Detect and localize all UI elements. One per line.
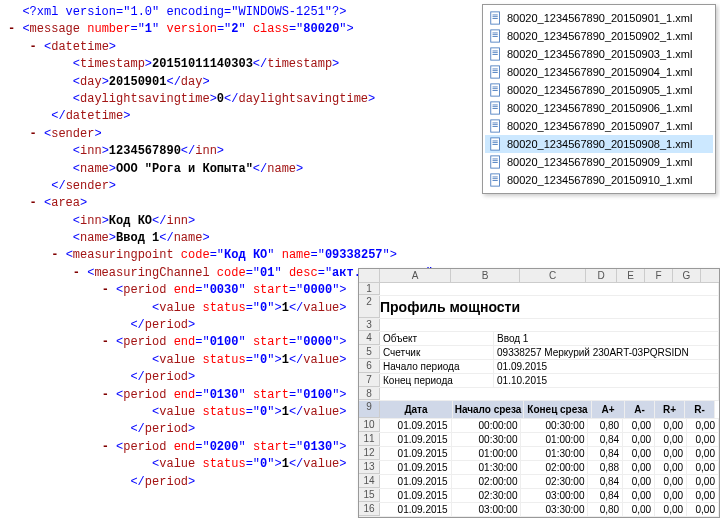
meta-key[interactable]: Начало периода xyxy=(380,360,494,373)
column-header[interactable]: G xyxy=(673,269,701,282)
cell[interactable] xyxy=(380,319,719,331)
table-header-cell[interactable]: A- xyxy=(625,401,655,418)
meta-value[interactable]: 09338257 Меркурий 230ART-03PQRSIDN xyxy=(494,346,719,359)
table-cell[interactable]: 01.09.2015 xyxy=(380,447,452,460)
sheet-title[interactable]: Профиль мощности xyxy=(380,296,719,318)
table-header-cell[interactable]: Конец среза xyxy=(524,401,592,418)
file-row[interactable]: 80020_1234567890_20150909_1.xml xyxy=(485,153,713,171)
table-cell[interactable]: 00:30:00 xyxy=(452,433,522,446)
collapse-toggle[interactable]: - xyxy=(102,388,109,402)
file-row[interactable]: 80020_1234567890_20150906_1.xml xyxy=(485,99,713,117)
table-cell[interactable]: 0,84 xyxy=(588,433,623,446)
table-cell[interactable]: 0,00 xyxy=(623,447,655,460)
table-cell[interactable]: 01:00:00 xyxy=(521,433,588,446)
collapse-toggle[interactable]: - xyxy=(102,335,109,349)
table-header-cell[interactable]: Начало среза xyxy=(453,401,524,418)
meta-value[interactable]: 01.09.2015 xyxy=(494,360,719,373)
xml-file-icon xyxy=(489,101,503,115)
table-cell[interactable]: 02:30:00 xyxy=(452,489,522,502)
meta-key[interactable]: Конец периода xyxy=(380,374,494,387)
table-header-cell[interactable]: Дата xyxy=(380,401,453,418)
column-header[interactable]: A xyxy=(380,269,451,282)
table-cell[interactable]: 01.09.2015 xyxy=(380,503,452,516)
file-row[interactable]: 80020_1234567890_20150903_1.xml xyxy=(485,45,713,63)
column-header[interactable]: F xyxy=(645,269,673,282)
table-cell[interactable]: 0,00 xyxy=(687,433,719,446)
collapse-toggle[interactable]: - xyxy=(102,283,109,297)
table-cell[interactable]: 0,00 xyxy=(655,447,687,460)
column-header[interactable]: C xyxy=(520,269,586,282)
svg-rect-13 xyxy=(493,69,498,70)
svg-rect-35 xyxy=(493,162,498,163)
table-cell[interactable]: 0,84 xyxy=(588,447,623,460)
collapse-toggle[interactable]: - xyxy=(51,248,58,262)
table-header-cell[interactable]: R- xyxy=(685,401,715,418)
svg-rect-29 xyxy=(493,141,498,142)
table-cell[interactable]: 01.09.2015 xyxy=(380,489,452,502)
table-cell[interactable]: 0,80 xyxy=(588,419,623,432)
cell[interactable] xyxy=(380,388,719,400)
table-cell[interactable]: 02:30:00 xyxy=(521,475,588,488)
column-header[interactable]: E xyxy=(617,269,645,282)
table-cell[interactable]: 01.09.2015 xyxy=(380,461,452,474)
file-row[interactable]: 80020_1234567890_20150907_1.xml xyxy=(485,117,713,135)
table-cell[interactable]: 0,00 xyxy=(687,489,719,502)
file-row[interactable]: 80020_1234567890_20150902_1.xml xyxy=(485,27,713,45)
file-row[interactable]: 80020_1234567890_20150910_1.xml xyxy=(485,171,713,189)
table-cell[interactable]: 0,00 xyxy=(687,461,719,474)
file-row[interactable]: 80020_1234567890_20150901_1.xml xyxy=(485,9,713,27)
table-cell[interactable]: 01:00:00 xyxy=(452,447,522,460)
table-cell[interactable]: 0,00 xyxy=(655,461,687,474)
table-cell[interactable]: 00:00:00 xyxy=(452,419,522,432)
file-row[interactable]: 80020_1234567890_20150905_1.xml xyxy=(485,81,713,99)
table-cell[interactable]: 0,00 xyxy=(655,475,687,488)
table-cell[interactable]: 01.09.2015 xyxy=(380,475,452,488)
table-cell[interactable]: 0,84 xyxy=(588,475,623,488)
table-cell[interactable]: 0,00 xyxy=(623,489,655,502)
column-header[interactable]: D xyxy=(586,269,617,282)
collapse-toggle[interactable]: - xyxy=(30,40,37,54)
meta-key[interactable]: Объект xyxy=(380,332,494,345)
table-cell[interactable]: 01:30:00 xyxy=(452,461,522,474)
collapse-toggle[interactable]: - xyxy=(102,440,109,454)
table-cell[interactable]: 0,00 xyxy=(655,419,687,432)
table-cell[interactable]: 0,80 xyxy=(588,503,623,516)
file-name: 80020_1234567890_20150905_1.xml xyxy=(507,84,692,96)
column-header[interactable]: B xyxy=(451,269,520,282)
table-cell[interactable]: 0,00 xyxy=(623,475,655,488)
table-cell[interactable]: 0,00 xyxy=(623,503,655,516)
table-cell[interactable]: 0,00 xyxy=(623,433,655,446)
meta-value[interactable]: Ввод 1 xyxy=(494,332,719,345)
table-cell[interactable]: 0,00 xyxy=(687,503,719,516)
table-cell[interactable]: 03:30:00 xyxy=(521,503,588,516)
table-cell[interactable]: 00:30:00 xyxy=(521,419,588,432)
table-cell[interactable]: 01.09.2015 xyxy=(380,433,452,446)
table-cell[interactable]: 0,00 xyxy=(687,419,719,432)
collapse-toggle[interactable]: - xyxy=(73,266,80,280)
table-cell[interactable]: 03:00:00 xyxy=(452,503,522,516)
meta-key[interactable]: Счетчик xyxy=(380,346,494,359)
file-row[interactable]: 80020_1234567890_20150908_1.xml xyxy=(485,135,713,153)
table-cell[interactable]: 0,00 xyxy=(687,447,719,460)
table-cell[interactable]: 01.09.2015 xyxy=(380,419,452,432)
meta-value[interactable]: 01.10.2015 xyxy=(494,374,719,387)
table-cell[interactable]: 0,00 xyxy=(623,419,655,432)
table-cell[interactable]: 02:00:00 xyxy=(452,475,522,488)
table-cell[interactable]: 0,00 xyxy=(655,489,687,502)
table-cell[interactable]: 0,00 xyxy=(687,475,719,488)
collapse-toggle[interactable]: - xyxy=(30,196,37,210)
table-cell[interactable]: 01:30:00 xyxy=(521,447,588,460)
table-cell[interactable]: 02:00:00 xyxy=(521,461,588,474)
table-cell[interactable]: 0,88 xyxy=(588,461,623,474)
cell[interactable] xyxy=(380,283,719,295)
table-cell[interactable]: 0,00 xyxy=(623,461,655,474)
table-cell[interactable]: 03:00:00 xyxy=(521,489,588,502)
table-header-cell[interactable]: A+ xyxy=(592,401,625,418)
table-cell[interactable]: 0,00 xyxy=(655,503,687,516)
table-cell[interactable]: 0,00 xyxy=(655,433,687,446)
collapse-toggle[interactable]: - xyxy=(30,127,37,141)
table-header-cell[interactable]: R+ xyxy=(655,401,685,418)
collapse-toggle[interactable]: - xyxy=(8,22,15,36)
file-row[interactable]: 80020_1234567890_20150904_1.xml xyxy=(485,63,713,81)
table-cell[interactable]: 0,84 xyxy=(588,489,623,502)
